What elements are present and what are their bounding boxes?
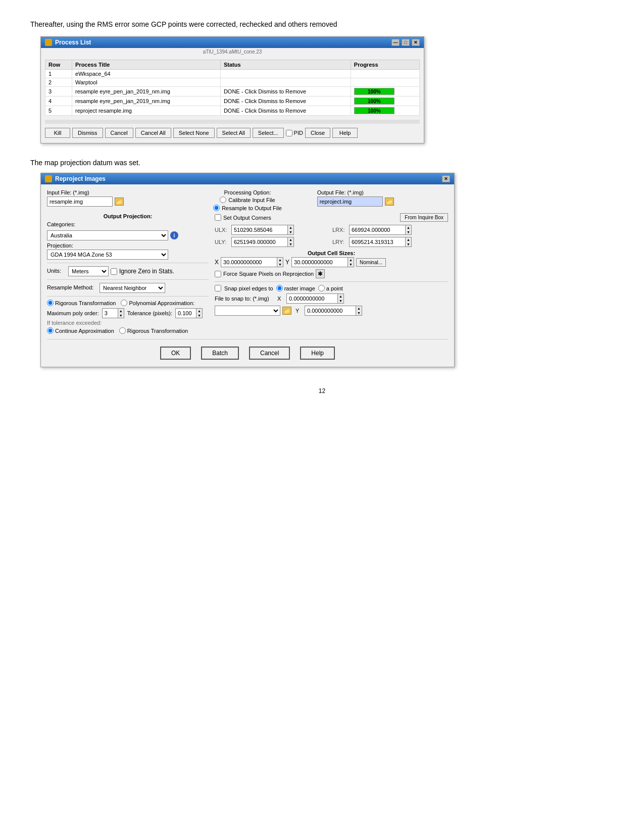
if-tolerance-label: If tolerance exceeded: xyxy=(47,320,209,326)
snap-y-up[interactable]: ▲ xyxy=(356,306,362,311)
a-point-radio-label[interactable]: a point xyxy=(318,285,343,291)
info-icon[interactable]: i xyxy=(170,231,178,239)
ulx-input[interactable] xyxy=(232,225,287,234)
help-reproject-button[interactable]: Help xyxy=(300,347,335,360)
nominal-button[interactable]: Nominal... xyxy=(356,258,386,267)
calibrate-radio-label[interactable]: Calibrate Input File xyxy=(220,197,275,203)
snap-y-input[interactable] xyxy=(305,306,356,315)
x-label: X xyxy=(215,259,219,266)
input-file-section: Input File: (*.img) 📁 xyxy=(47,189,178,211)
projection-select[interactable]: GDA 1994 MGA Zone 53 xyxy=(47,250,168,260)
reproject-close-button[interactable]: ✕ xyxy=(442,175,450,182)
pid-label: PID xyxy=(294,130,303,136)
processing-option-label: Processing Option: xyxy=(182,189,313,195)
rigorous-radio[interactable] xyxy=(47,300,54,306)
lry-down[interactable]: ▼ xyxy=(405,242,411,247)
output-file-folder-icon[interactable]: 📁 xyxy=(385,198,394,206)
tolerance-up[interactable]: ▲ xyxy=(196,309,202,313)
select-all-button[interactable]: Select All xyxy=(217,128,251,138)
process-table: Row Process Title Status Progress 1 eWks… xyxy=(45,60,420,116)
minimize-button[interactable]: — xyxy=(391,39,400,46)
y-input[interactable] xyxy=(292,258,348,267)
file-to-snap-label: File to snap to: (*.img) xyxy=(215,296,275,302)
resample-radio-label[interactable]: Resample to Output File xyxy=(213,205,282,211)
ignore-zero-checkbox[interactable] xyxy=(111,268,117,275)
x-down[interactable]: ▼ xyxy=(277,262,283,267)
max-poly-up[interactable]: ▲ xyxy=(118,309,124,313)
help-button[interactable]: Help xyxy=(332,128,358,138)
lrx-down[interactable]: ▼ xyxy=(405,230,411,234)
col-progress: Progress xyxy=(351,60,419,70)
uly-up[interactable]: ▲ xyxy=(287,237,293,242)
snap-folder-icon[interactable]: 📁 xyxy=(282,307,291,315)
batch-button[interactable]: Batch xyxy=(201,347,239,360)
a-point-radio[interactable] xyxy=(318,285,325,291)
units-select[interactable]: Meters xyxy=(68,266,109,276)
tolerance-input[interactable] xyxy=(176,309,196,318)
max-poly-input[interactable] xyxy=(103,309,118,318)
snap-x-up[interactable]: ▲ xyxy=(337,294,343,299)
raster-image-radio-label[interactable]: raster image xyxy=(276,285,315,291)
resample-method-select[interactable]: Nearest Neighbor xyxy=(100,283,165,293)
categories-select[interactable]: Australia xyxy=(47,230,168,240)
polynomial-radio-label[interactable]: Polynomial Approximation: xyxy=(121,300,194,306)
select-none-button[interactable]: Select None xyxy=(173,128,215,138)
file-to-snap-select[interactable] xyxy=(215,306,280,316)
uly-down[interactable]: ▼ xyxy=(287,242,293,247)
pid-checkbox[interactable] xyxy=(286,130,292,136)
col-row: Row xyxy=(45,60,72,70)
lrx-label: LRX: xyxy=(332,227,348,233)
resample-method-label: Resample Method: xyxy=(47,284,97,290)
input-file-input[interactable] xyxy=(47,197,113,207)
ulx-up[interactable]: ▲ xyxy=(287,225,293,230)
continue-approx-radio[interactable] xyxy=(47,327,54,334)
lry-input[interactable] xyxy=(350,237,405,247)
resample-radio[interactable] xyxy=(213,205,220,211)
continue-approx-radio-label[interactable]: Continue Approximation xyxy=(47,327,114,334)
reproject-dialog-icon xyxy=(45,175,52,182)
set-output-corners-checkbox[interactable] xyxy=(215,214,221,221)
close-button[interactable]: ✕ xyxy=(412,39,420,46)
x-up[interactable]: ▲ xyxy=(277,258,283,262)
from-inquire-box-button[interactable]: From Inquire Box xyxy=(400,213,448,222)
snap-y-down[interactable]: ▼ xyxy=(356,311,362,315)
force-square-checkbox[interactable] xyxy=(215,271,221,277)
uly-input[interactable] xyxy=(232,237,287,247)
close-button-main[interactable]: Close xyxy=(305,128,330,138)
polynomial-radio[interactable] xyxy=(121,300,127,306)
rigorous-transform-radio[interactable] xyxy=(119,327,126,334)
x-input[interactable] xyxy=(221,258,277,267)
output-file-label: Output File: (*.img) xyxy=(317,189,448,195)
snap-y-col-label: Y xyxy=(295,308,303,314)
y-down[interactable]: ▼ xyxy=(348,262,354,267)
dismiss-button[interactable]: Dismiss xyxy=(72,128,103,138)
maximize-button[interactable]: □ xyxy=(402,39,410,46)
snap-x-input[interactable] xyxy=(287,294,337,303)
set-output-corners-label: Set Output Corners xyxy=(223,215,271,221)
output-cell-sizes-label: Output Cell Sizes: xyxy=(215,250,448,256)
output-file-input[interactable] xyxy=(317,197,383,207)
star-button[interactable]: ✱ xyxy=(316,269,325,278)
max-poly-down[interactable]: ▼ xyxy=(118,313,124,318)
snap-x-down[interactable]: ▼ xyxy=(337,299,343,303)
tolerance-label: Tolerance (pixels): xyxy=(127,310,172,316)
tolerance-down[interactable]: ▼ xyxy=(196,313,202,318)
select-button[interactable]: Select... xyxy=(253,128,284,138)
lrx-input[interactable] xyxy=(350,225,405,234)
ok-button[interactable]: OK xyxy=(160,347,191,360)
input-file-folder-icon[interactable]: 📁 xyxy=(115,198,124,206)
cancel-reproject-button[interactable]: Cancel xyxy=(249,347,290,360)
cancel-button[interactable]: Cancel xyxy=(105,128,133,138)
rigorous-transform-radio-label[interactable]: Rigorous Transformation xyxy=(119,327,188,334)
lry-up[interactable]: ▲ xyxy=(405,237,411,242)
calibrate-radio[interactable] xyxy=(220,197,226,203)
cancel-all-button[interactable]: Cancel All xyxy=(135,128,171,138)
kill-button[interactable]: Kill xyxy=(45,128,70,138)
output-file-section: Output File: (*.img) 📁 xyxy=(317,189,448,211)
ulx-down[interactable]: ▼ xyxy=(287,230,293,234)
raster-image-radio[interactable] xyxy=(276,285,283,291)
y-up[interactable]: ▲ xyxy=(348,258,354,262)
rigorous-radio-label[interactable]: Rigorous Transformation xyxy=(47,300,116,306)
lrx-up[interactable]: ▲ xyxy=(405,225,411,230)
snap-checkbox[interactable] xyxy=(215,285,221,291)
